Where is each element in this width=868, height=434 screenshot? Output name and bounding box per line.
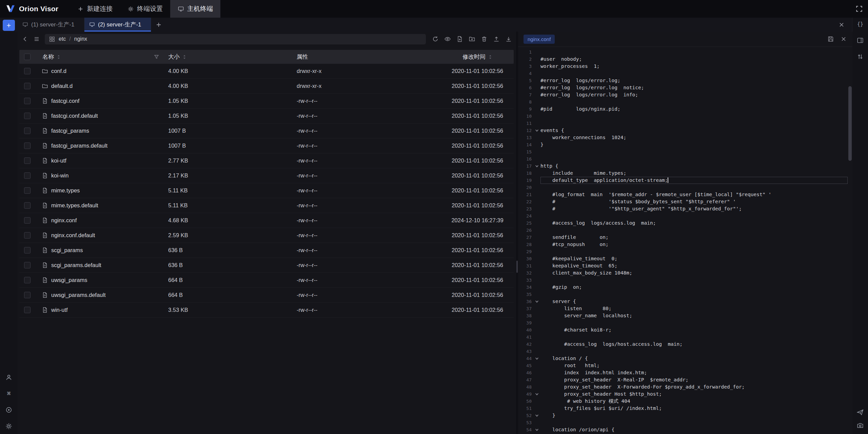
- side-panel-icon[interactable]: [856, 37, 864, 44]
- header-cell-name[interactable]: 名称: [35, 53, 168, 61]
- code-line[interactable]: 6#error_log logs/error.log notice;: [518, 84, 848, 91]
- table-row[interactable]: fastcgi.conf.default1.05 KB-rw-r--r--202…: [19, 109, 514, 124]
- code-line[interactable]: 34 #gzip on;: [518, 284, 848, 291]
- code-line[interactable]: 41: [518, 334, 848, 341]
- code-line[interactable]: 26: [518, 227, 848, 234]
- code-line[interactable]: 3worker_processes 1;: [518, 63, 848, 70]
- row-checkbox[interactable]: [24, 128, 31, 134]
- sort-mtime-icon[interactable]: [488, 54, 492, 60]
- code-line[interactable]: 40 #charset koi8-r;: [518, 326, 848, 334]
- file-name-cell[interactable]: mime.types: [35, 187, 168, 194]
- code-line[interactable]: 7#error_log logs/error.log info;: [518, 91, 848, 98]
- table-row[interactable]: conf.d4.00 KBdrwxr-xr-x2020-11-01 10:02:…: [19, 64, 514, 79]
- code-line[interactable]: 17http {: [518, 163, 848, 170]
- row-checkbox[interactable]: [24, 113, 31, 119]
- code-line[interactable]: 49 proxy_set_header Host $http_host;: [518, 391, 848, 398]
- file-name-cell[interactable]: conf.d: [35, 68, 168, 74]
- back-icon[interactable]: [22, 36, 28, 42]
- table-row[interactable]: koi-utf2.77 KB-rw-r--r--2020-11-01 10:02…: [19, 153, 514, 168]
- code-line[interactable]: 23 # '"$http_user_agent" "$http_x_forwar…: [518, 205, 848, 212]
- file-name-cell[interactable]: fastcgi.conf.default: [35, 113, 168, 119]
- row-checkbox[interactable]: [24, 143, 31, 149]
- new-file-icon[interactable]: [456, 36, 463, 42]
- file-name-cell[interactable]: nginx.conf: [35, 217, 168, 224]
- select-all-checkbox[interactable]: [24, 54, 31, 60]
- sort-size-icon[interactable]: [182, 54, 186, 60]
- row-checkbox[interactable]: [24, 187, 31, 194]
- send-command-icon[interactable]: [856, 409, 864, 416]
- code-line[interactable]: 25 #access_log logs/access.log main;: [518, 220, 848, 227]
- splitter-handle[interactable]: [516, 261, 518, 273]
- fold-chevron-icon[interactable]: [533, 426, 540, 433]
- table-row[interactable]: scgi_params636 B-rw-r--r--2020-11-01 10:…: [19, 243, 514, 258]
- code-line[interactable]: 53: [518, 419, 848, 426]
- fold-chevron-icon[interactable]: [533, 298, 540, 305]
- add-tab-icon[interactable]: [155, 21, 162, 28]
- sort-name-icon[interactable]: [57, 54, 61, 60]
- code-line[interactable]: 45 root html;: [518, 362, 848, 369]
- code-line[interactable]: 37 listen 80;: [518, 305, 848, 312]
- file-name-cell[interactable]: koi-utf: [35, 157, 168, 164]
- code-line[interactable]: 32 client_max_body_size 1048m;: [518, 269, 848, 277]
- row-checkbox[interactable]: [24, 292, 31, 298]
- save-icon[interactable]: [827, 36, 834, 42]
- code-line[interactable]: 36 server {: [518, 298, 848, 305]
- table-row[interactable]: scgi_params.default636 B-rw-r--r--2020-1…: [19, 258, 514, 273]
- file-name-cell[interactable]: uwsgi_params: [35, 277, 168, 283]
- transfer-list-icon[interactable]: [856, 53, 864, 60]
- code-line[interactable]: 39: [518, 319, 848, 326]
- fullscreen-icon[interactable]: [855, 5, 863, 13]
- code-line[interactable]: 50 # web history 模式 404: [518, 398, 848, 405]
- code-line[interactable]: 15: [518, 148, 848, 155]
- row-checkbox[interactable]: [24, 157, 31, 164]
- code-line[interactable]: 31 keepalive_timeout 65;: [518, 262, 848, 269]
- editor-scrollbar[interactable]: [848, 47, 852, 434]
- root-location-icon[interactable]: [49, 36, 55, 42]
- file-name-cell[interactable]: fastcgi_params: [35, 128, 168, 134]
- row-checkbox[interactable]: [24, 307, 31, 313]
- file-name-cell[interactable]: nginx.conf.default: [35, 232, 168, 239]
- scrollbar-thumb[interactable]: [848, 86, 852, 161]
- preview-icon[interactable]: [444, 36, 451, 42]
- file-name-cell[interactable]: fastcgi.conf: [35, 98, 168, 104]
- file-name-cell[interactable]: mime.types.default: [35, 202, 168, 209]
- code-line[interactable]: 35: [518, 291, 848, 298]
- file-name-cell[interactable]: scgi_params: [35, 247, 168, 253]
- code-line[interactable]: 12events {: [518, 127, 848, 134]
- fold-chevron-icon[interactable]: [533, 391, 540, 398]
- code-line[interactable]: 43: [518, 348, 848, 355]
- table-row[interactable]: fastcgi.conf1.05 KB-rw-r--r--2020-11-01 …: [19, 94, 514, 109]
- menu-item-new-connection[interactable]: 新建连接: [70, 0, 120, 18]
- code-line[interactable]: 54 location /orion/api {: [518, 426, 848, 433]
- file-name-cell[interactable]: fastcgi_params.default: [35, 143, 168, 149]
- row-checkbox[interactable]: [24, 68, 31, 74]
- close-editor-icon[interactable]: [840, 36, 847, 42]
- download-icon[interactable]: [505, 36, 512, 42]
- file-name-cell[interactable]: uwsgi_params.default: [35, 292, 168, 298]
- tab-2[interactable]: (2) server-生产-1: [84, 18, 151, 32]
- fold-chevron-icon[interactable]: [533, 412, 540, 419]
- delete-icon[interactable]: [481, 36, 488, 42]
- file-name-cell[interactable]: default.d: [35, 83, 168, 89]
- code-line[interactable]: 14}: [518, 141, 848, 148]
- table-row[interactable]: mime.types5.11 KB-rw-r--r--2020-11-01 10…: [19, 183, 514, 198]
- user-icon[interactable]: [5, 374, 13, 381]
- code-line[interactable]: 1: [518, 49, 848, 56]
- code-line[interactable]: 24: [518, 212, 848, 220]
- row-checkbox[interactable]: [24, 262, 31, 268]
- code-line[interactable]: 5#error_log logs/error.log;: [518, 77, 848, 84]
- code-line[interactable]: 27 sendfile on;: [518, 234, 848, 241]
- table-row[interactable]: uwsgi_params.default664 B-rw-r--r--2020-…: [19, 288, 514, 303]
- file-name-cell[interactable]: scgi_params.default: [35, 262, 168, 268]
- new-tab-button[interactable]: [3, 20, 15, 31]
- fold-chevron-icon[interactable]: [533, 163, 540, 170]
- table-row[interactable]: nginx.conf4.68 KB-rw-r--r--2024-12-10 16…: [19, 213, 514, 228]
- code-line[interactable]: 52 }: [518, 412, 848, 419]
- code-line[interactable]: 19 default_type application/octet-stream…: [518, 177, 848, 184]
- code-line[interactable]: 9#pid logs/nginx.pid;: [518, 106, 848, 113]
- code-line[interactable]: 47 proxy_set_header X-Real-IP $remote_ad…: [518, 376, 848, 383]
- table-row[interactable]: uwsgi_params664 B-rw-r--r--2020-11-01 10…: [19, 273, 514, 288]
- code-line[interactable]: 38 server_name localhost;: [518, 312, 848, 319]
- table-row[interactable]: koi-win2.17 KB-rw-r--r--2020-11-01 10:02…: [19, 168, 514, 183]
- row-checkbox[interactable]: [24, 202, 31, 209]
